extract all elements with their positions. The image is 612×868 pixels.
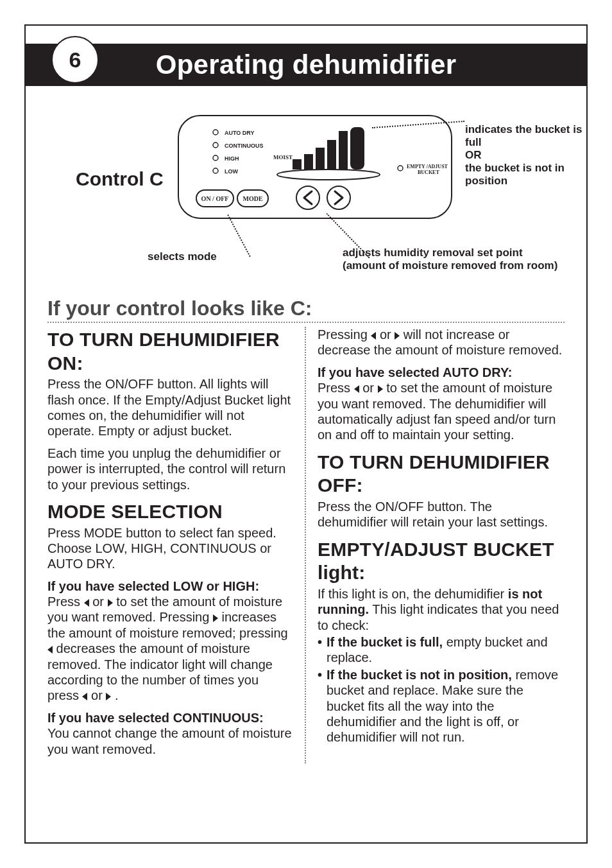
svg-text:DRY: DRY — [350, 119, 363, 126]
svg-rect-5 — [293, 159, 302, 169]
triangle-right-icon — [213, 614, 218, 622]
heading-mode-selection: MODE SELECTION — [47, 500, 293, 524]
list-item: If the bucket is not in position, remove… — [318, 667, 565, 745]
arrow-right-button — [327, 186, 350, 209]
callout-bucket-l3: the bucket is not in position — [465, 162, 565, 187]
page-number-badge: 6 — [51, 36, 99, 83]
svg-rect-8 — [327, 140, 336, 169]
callout-bucket-l1: indicates the bucket is full — [465, 123, 582, 148]
list-item: If the bucket is full, empty bucket and … — [318, 634, 565, 666]
arrow-left-button — [296, 186, 319, 209]
callout-selects-mode: selects mode — [148, 250, 225, 263]
mode-high: HIGH — [225, 155, 239, 162]
control-panel-svg: DRY MOIST EMPTY /ADJUST BUCKET ON / OFF … — [177, 108, 453, 236]
callout-bucket-l2: OR — [465, 149, 482, 161]
bucket-checklist: If the bucket is full, empty bucket and … — [318, 634, 565, 745]
two-column-layout: TO TURN DEHUMIDIFIER ON: Press the ON/OF… — [47, 327, 565, 763]
svg-point-21 — [296, 186, 319, 209]
control-c-label: Control C — [76, 168, 164, 190]
para-auto-dry: Press or to set the amount of moisture y… — [318, 380, 565, 443]
left-column: TO TURN DEHUMIDIFIER ON: Press the ON/OF… — [47, 327, 306, 763]
header-black-band: Operating dehumidifier — [26, 44, 586, 86]
callout-adjusts-l2: (amount of moisture removed from room) — [343, 259, 557, 272]
svg-point-22 — [327, 186, 350, 209]
callout-bucket: indicates the bucket is full OR the buck… — [465, 123, 584, 187]
svg-rect-6 — [304, 154, 313, 169]
svg-text:BUCKET: BUCKET — [418, 169, 439, 175]
right-column: Pressing or will not increase or decreas… — [306, 327, 565, 763]
svg-text:ON / OFF: ON / OFF — [201, 195, 229, 202]
svg-text:MODE: MODE — [242, 195, 262, 202]
header-bar: Operating dehumidifier 6 — [26, 40, 586, 86]
control-panel-diagram: Control C — [26, 99, 586, 291]
page-number: 6 — [69, 48, 81, 73]
mode-continuous: CONTINUOUS — [225, 143, 264, 149]
subhead-auto-dry: If you have selected AUTO DRY: — [318, 365, 565, 380]
content-area: If your control looks like C: TO TURN DE… — [26, 297, 586, 783]
on-off-button: ON / OFF — [196, 190, 234, 207]
svg-text:MOIST: MOIST — [273, 154, 293, 161]
para-bucket-intro: If this light is on, the dehumidifier is… — [318, 586, 565, 633]
svg-rect-10 — [350, 127, 364, 169]
triangle-left-icon — [47, 646, 53, 654]
para-turn-on-2: Each time you unplug the dehumidifier or… — [47, 446, 293, 492]
svg-rect-9 — [339, 131, 348, 169]
triangle-left-icon — [84, 599, 89, 607]
para-low-high: Press or to set the amount of moisture y… — [47, 594, 293, 704]
mode-button: MODE — [237, 190, 268, 207]
para-turn-off: Press the ON/OFF button. The dehumidifie… — [318, 499, 565, 530]
triangle-right-icon — [378, 385, 383, 393]
page-frame: Operating dehumidifier 6 Control C — [24, 24, 588, 844]
para-cont-2: Pressing or will not increase or decreas… — [318, 327, 565, 358]
mode-low: LOW — [225, 168, 238, 175]
subhead-continuous: If you have selected CONTINUOUS: — [47, 710, 293, 725]
subhead-low-high: If you have selected LOW or HIGH: — [47, 578, 293, 594]
heading-turn-off: TO TURN DEHUMIDIFIER OFF: — [318, 451, 565, 498]
heading-bucket-light: EMPTY/ADJUST BUCKET light: — [318, 538, 565, 585]
svg-rect-7 — [316, 148, 325, 169]
triangle-left-icon — [354, 385, 359, 393]
callout-adjusts-l1: adjusts humidity removal set point — [343, 247, 523, 259]
para-turn-on-1: Press the ON/OFF button. All lights will… — [47, 376, 293, 439]
para-continuous: You cannot change the amount of moisture… — [47, 725, 293, 757]
svg-text:EMPTY /ADJUST: EMPTY /ADJUST — [407, 164, 448, 169]
callout-adjusts: adjusts humidity removal set point (amou… — [343, 247, 574, 272]
intro-heading: If your control looks like C: — [47, 297, 565, 323]
mode-auto-dry: AUTO DRY — [225, 130, 255, 136]
page-title: Operating dehumidifier — [156, 49, 457, 80]
triangle-right-icon — [108, 599, 113, 607]
heading-turn-on: TO TURN DEHUMIDIFIER ON: — [47, 328, 293, 375]
para-mode-1: Press MODE button to select fan speed. C… — [47, 525, 293, 572]
